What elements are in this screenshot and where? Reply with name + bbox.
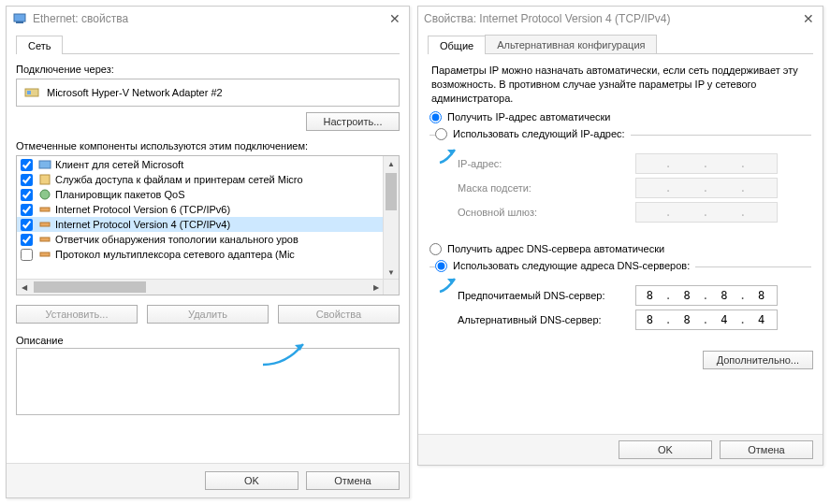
component-label: Internet Protocol Version 6 (TCP/IPv6)	[55, 204, 230, 215]
gateway-label: Основной шлюз:	[458, 207, 635, 218]
component-checkbox[interactable]	[21, 174, 33, 186]
svg-rect-1	[16, 22, 23, 23]
component-label: Протокол мультиплексора сетевого адаптер…	[55, 249, 295, 260]
component-label: Планировщик пакетов QoS	[55, 189, 185, 200]
dns-alternate-label: Альтернативный DNS-сервер:	[458, 314, 635, 325]
component-checkbox[interactable]	[21, 234, 33, 246]
tabstrip: Сеть	[16, 35, 400, 54]
configure-button[interactable]: Настроить...	[306, 112, 400, 131]
ipv4-properties-dialog: Свойства: Internet Protocol Version 4 (T…	[417, 6, 823, 466]
ethernet-properties-dialog: Ethernet: свойства ✕ Сеть Подключение че…	[6, 6, 410, 498]
dialog-title: Свойства: Internet Protocol Version 4 (T…	[424, 12, 794, 25]
scroll-left-icon[interactable]: ◀	[17, 280, 32, 295]
subnet-mask-input: ...	[635, 178, 778, 198]
scroll-down-icon[interactable]: ▼	[384, 265, 399, 280]
tabstrip: Общие Альтернативная конфигурация	[428, 35, 813, 54]
tab-general[interactable]: Общие	[428, 36, 486, 54]
component-item[interactable]: Служба доступа к файлам и принтерам сете…	[17, 172, 399, 187]
description-box	[16, 348, 400, 415]
svg-rect-0	[14, 14, 25, 22]
ok-button[interactable]: OK	[619, 440, 712, 459]
component-item[interactable]: Ответчик обнаружения топологии канальног…	[17, 232, 399, 247]
svg-rect-10	[40, 252, 50, 256]
close-button[interactable]: ✕	[386, 11, 403, 26]
connection-via-label: Подключение через:	[16, 64, 400, 75]
gateway-input: ...	[635, 202, 778, 223]
dns-preferred-input[interactable]: 8.8.8.8	[635, 285, 778, 306]
component-item[interactable]: Клиент для сетей Microsoft	[17, 157, 399, 172]
adapter-name: Microsoft Hyper-V Network Adapter #2	[47, 87, 223, 98]
dialog-title: Ethernet: свойства	[33, 12, 381, 25]
svg-point-6	[40, 190, 50, 199]
radio-dns-manual[interactable]: Использовать следующие адреса DNS-сервер…	[435, 260, 695, 272]
component-checkbox[interactable]	[21, 204, 33, 216]
svg-rect-4	[39, 161, 51, 168]
radio-ip-manual[interactable]: Использовать следующий IP-адрес:	[435, 128, 631, 140]
dns-preferred-label: Предпочитаемый DNS-сервер:	[458, 290, 635, 301]
radio-ip-manual-label: Использовать следующий IP-адрес:	[453, 128, 625, 139]
scroll-corner	[383, 279, 399, 295]
tab-alt-config[interactable]: Альтернативная конфигурация	[485, 35, 657, 53]
scrollbar-horizontal[interactable]: ◀ ▶	[17, 279, 384, 295]
scrollbar-thumb-h[interactable]	[34, 281, 146, 293]
adapter-field[interactable]: Microsoft Hyper-V Network Adapter #2	[16, 79, 400, 107]
component-label: Клиент для сетей Microsoft	[55, 159, 183, 170]
radio-dns-auto-input[interactable]	[430, 243, 442, 255]
adapter-icon	[24, 85, 39, 100]
component-item[interactable]: Internet Protocol Version 4 (TCP/IPv4)	[17, 217, 399, 232]
components-listbox[interactable]: Клиент для сетей MicrosoftСлужба доступа…	[16, 155, 400, 295]
radio-ip-manual-input[interactable]	[435, 128, 447, 140]
dns-manual-group: Использовать следующие адреса DNS-сервер…	[430, 266, 811, 338]
dns-alternate-input[interactable]: 8.8.4.4	[635, 310, 778, 330]
description-label: Описание	[16, 335, 400, 346]
component-checkbox[interactable]	[21, 159, 33, 171]
help-text: Параметры IP можно назначать автоматичес…	[431, 64, 809, 106]
ip-manual-group: Использовать следующий IP-адрес: IP-адре…	[430, 135, 811, 230]
radio-ip-auto-label: Получить IP-адрес автоматически	[447, 111, 610, 122]
cancel-button[interactable]: Отмена	[306, 471, 400, 490]
component-item[interactable]: Планировщик пакетов QoS	[17, 187, 399, 202]
component-checkbox[interactable]	[21, 219, 33, 231]
subnet-mask-label: Маска подсети:	[458, 182, 635, 194]
component-item[interactable]: Протокол мультиплексора сетевого адаптер…	[17, 247, 399, 262]
ip-address-label: IP-адрес:	[458, 158, 635, 169]
install-button[interactable]: Установить...	[16, 305, 138, 324]
component-checkbox[interactable]	[21, 249, 33, 261]
svg-rect-5	[40, 175, 50, 184]
ethernet-icon	[12, 11, 27, 26]
cancel-button[interactable]: Отмена	[720, 440, 813, 459]
close-button[interactable]: ✕	[800, 11, 817, 26]
properties-button[interactable]: Свойства	[278, 305, 400, 324]
ok-button[interactable]: OK	[205, 471, 299, 490]
scrollbar-thumb[interactable]	[386, 173, 397, 210]
component-label: Служба доступа к файлам и принтерам сете…	[55, 174, 303, 185]
advanced-button[interactable]: Дополнительно...	[703, 351, 813, 369]
uninstall-button[interactable]: Удалить	[147, 305, 269, 324]
titlebar: Ethernet: свойства ✕	[7, 7, 409, 31]
component-label: Ответчик обнаружения топологии канальног…	[55, 234, 299, 245]
radio-ip-auto-input[interactable]	[430, 111, 442, 123]
component-item[interactable]: Internet Protocol Version 6 (TCP/IPv6)	[17, 202, 399, 217]
radio-dns-manual-input[interactable]	[435, 260, 447, 272]
scroll-up-icon[interactable]: ▲	[384, 156, 399, 171]
radio-ip-auto[interactable]: Получить IP-адрес автоматически	[430, 111, 811, 123]
component-checkbox[interactable]	[21, 189, 33, 201]
svg-rect-9	[40, 238, 50, 241]
radio-dns-auto[interactable]: Получить адрес DNS-сервера автоматически	[430, 243, 811, 255]
ip-address-input: ...	[635, 153, 778, 174]
svg-rect-8	[40, 223, 50, 226]
radio-dns-manual-label: Использовать следующие адреса DNS-сервер…	[453, 260, 690, 271]
component-label: Internet Protocol Version 4 (TCP/IPv4)	[55, 219, 230, 230]
svg-rect-3	[27, 91, 31, 94]
titlebar: Свойства: Internet Protocol Version 4 (T…	[418, 7, 823, 31]
scroll-right-icon[interactable]: ▶	[369, 280, 384, 295]
components-label: Отмеченные компоненты используются этим …	[16, 140, 400, 151]
scrollbar-vertical[interactable]: ▲ ▼	[383, 156, 399, 280]
svg-rect-7	[40, 208, 50, 211]
tab-network[interactable]: Сеть	[16, 36, 63, 54]
radio-dns-auto-label: Получить адрес DNS-сервера автоматически	[447, 243, 664, 254]
